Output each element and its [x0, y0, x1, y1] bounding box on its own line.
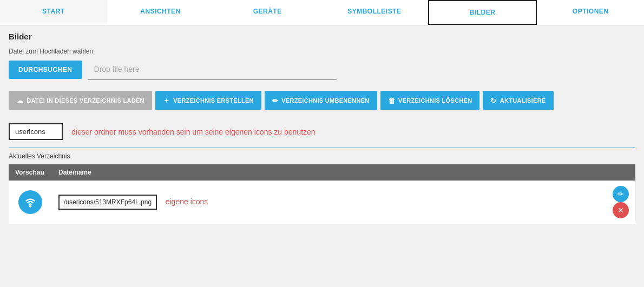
- folder-name-box: usericons: [9, 123, 63, 140]
- nav-symbolleiste[interactable]: SYMBOLLEISTE: [321, 0, 428, 25]
- wifi-icon: [18, 190, 42, 214]
- refresh-button[interactable]: ↻ AKTUALISIERE: [483, 91, 553, 110]
- trash-icon: 🗑: [388, 97, 395, 105]
- col-preview: Vorschau: [9, 164, 52, 181]
- col-filename: Dateiname: [52, 164, 592, 181]
- own-icons-label: eigene icons: [166, 197, 208, 206]
- filename-cell: /usericons/513MRXFp64L.png eigene icons: [52, 181, 592, 224]
- delete-dir-button[interactable]: 🗑 VERZEICHNIS LÖSCHEN: [380, 91, 480, 110]
- browse-button[interactable]: DURCHSUCHEN: [9, 61, 82, 79]
- nav-ansichten[interactable]: ANSICHTEN: [107, 0, 214, 25]
- current-dir-label: Aktuelles Verzeichnis: [9, 152, 635, 160]
- nav-start[interactable]: START: [0, 0, 107, 25]
- cloud-upload-icon: ☁: [16, 97, 23, 105]
- divider: [9, 148, 635, 148]
- folder-info-row: usericons dieser ordner muss vorhanden s…: [9, 120, 635, 143]
- delete-file-button[interactable]: ✕: [613, 202, 629, 218]
- nav-geraete[interactable]: GERÄTE: [214, 0, 321, 25]
- file-table: Vorschau Dateiname: [9, 164, 635, 224]
- svg-point-0: [29, 205, 31, 207]
- toolbar-row: ☁ DATEI IN DIESES VERZEICHNIS LADEN ＋ VE…: [9, 91, 635, 110]
- upload-to-dir-button[interactable]: ☁ DATEI IN DIESES VERZEICHNIS LADEN: [9, 91, 152, 110]
- upload-row: DURCHSUCHEN Drop file here: [9, 59, 635, 80]
- nav-bar: START ANSICHTEN GERÄTE SYMBOLLEISTE BILD…: [0, 0, 644, 25]
- actions-cell: ✏ ✕: [592, 181, 635, 224]
- upload-label: Datei zum Hochladen wählen: [9, 48, 635, 55]
- edit-icon: ✏: [272, 97, 278, 105]
- table-row: /usericons/513MRXFp64L.png eigene icons …: [9, 181, 635, 224]
- refresh-icon: ↻: [490, 97, 496, 105]
- main-content: Bilder Datei zum Hochladen wählen DURCHS…: [0, 25, 644, 231]
- preview-cell: [9, 181, 52, 224]
- table-header-row: Vorschau Dateiname: [9, 164, 635, 181]
- plus-icon: ＋: [163, 96, 170, 105]
- page-title: Bilder: [9, 32, 635, 41]
- nav-optionen[interactable]: OPTIONEN: [537, 0, 644, 25]
- edit-file-button[interactable]: ✏: [613, 186, 629, 202]
- folder-hint: dieser ordner muss vorhanden sein um sei…: [71, 128, 316, 136]
- col-actions: [592, 164, 635, 181]
- nav-bilder[interactable]: BILDER: [428, 0, 537, 25]
- filename-box: /usericons/513MRXFp64L.png: [58, 195, 157, 210]
- create-dir-button[interactable]: ＋ VERZEICHNIS ERSTELLEN: [155, 91, 261, 110]
- drop-zone[interactable]: Drop file here: [88, 59, 337, 80]
- rename-dir-button[interactable]: ✏ VERZEICHNIS UMBENENNEN: [265, 91, 377, 110]
